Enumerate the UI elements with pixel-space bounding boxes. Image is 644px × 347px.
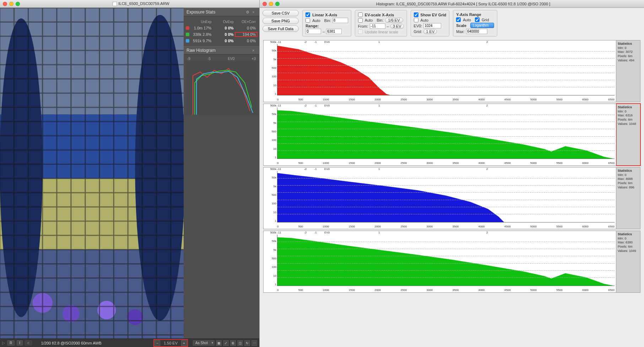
window-title: ILCE_6500_DSC00759.ARW [118, 1, 169, 6]
histogram-row: 500k50k5k500100101-11-2-1EV0120500100015… [263, 104, 640, 166]
histogram-row: 500k50k5k500100101-11-2-1EV0120500100015… [263, 40, 640, 102]
linear-auto-checkbox[interactable] [305, 18, 310, 23]
y-axis-group: Y-Axis Range Auto Grid Scale Logarithm M… [453, 10, 497, 37]
window-title: Histogram: ILCE_6500_DSC00759.ARW Full-6… [282, 2, 644, 6]
rotate-icon[interactable]: ↻ [244, 340, 250, 346]
gear-icon[interactable]: ⚙ [246, 10, 250, 14]
evscale-auto-checkbox[interactable] [358, 18, 363, 23]
y-auto-checkbox[interactable] [456, 17, 461, 22]
scale-select[interactable]: Logarithm [470, 23, 494, 28]
fit-icon[interactable]: ⊞ [230, 340, 236, 346]
histogram-plot[interactable]: 500k50k5k500100101-11-2-1EV0120500100015… [263, 104, 616, 166]
zoom-icon[interactable] [275, 2, 280, 6]
show-evgrid-checkbox[interactable] [414, 12, 418, 17]
channel-stats: StatisticsMin: 0Max: 6380Pixels: 6mValue… [616, 231, 640, 293]
ev-minus-button[interactable]: − [155, 340, 160, 346]
channel-swatch [186, 33, 189, 36]
window-controls [0, 0, 23, 7]
ev-adjust: − 1.50 EV + [154, 340, 187, 346]
ev-to-stepper[interactable]: 3 EV [390, 24, 404, 29]
grid-icon[interactable]: ▦ [216, 340, 222, 346]
histogram-row: 500k50k5k500100101-11-2-1EV0120500100015… [263, 167, 640, 229]
histogram-plot[interactable]: 500k50k5k500100101-11-2-1EV0120500100015… [263, 40, 616, 102]
y-grid-checkbox[interactable] [475, 17, 480, 22]
raw-histogram: -9-5EV0+3 [184, 55, 259, 117]
histogram-plot[interactable]: 500k50k5k500100101-11-2-1EV0120500100015… [263, 231, 616, 293]
raw-viewer-window: ILCE_6500_DSC00759.ARW Exposure Stats [0, 0, 259, 347]
window-controls [260, 0, 282, 7]
close-icon[interactable] [263, 2, 267, 6]
histogram-window: Histogram: ILCE_6500_DSC00759.ARW Full-6… [259, 0, 644, 347]
ev-grid-group: Show EV Grid Auto EV0: Grid: 1 EV [411, 10, 450, 37]
save-png-button[interactable]: Save PNG [263, 18, 299, 24]
stats-row: 1.0m 17%0 0%0 0% [186, 25, 257, 31]
channel-swatch [186, 39, 189, 43]
controls-row: Save CSV Save PNG Save Full Data Linear … [260, 8, 644, 39]
image-preview[interactable] [0, 8, 184, 338]
channel-stats: StatisticsMin: 0Max: 4688Pixels: 6mValue… [616, 167, 640, 229]
ev-from-input[interactable] [370, 23, 385, 29]
ev0-input[interactable] [423, 23, 441, 28]
ev-bin-stepper[interactable]: 1/6 EV [385, 18, 403, 23]
exif-text: 1/200 f/2.8 @ISO2000 60mm AWB [41, 341, 102, 345]
ev-plus-button[interactable]: + [181, 340, 187, 346]
evscale-checkbox[interactable] [358, 12, 363, 17]
exposure-stats-header[interactable]: Exposure Stats ⚙ × [184, 8, 259, 16]
titlebar[interactable]: ILCE_6500_DSC00759.ARW [0, 0, 259, 8]
linear-xaxis-group: Linear X-Axis Auto Bin: Range: – [302, 10, 351, 37]
close-icon[interactable]: × [252, 10, 256, 14]
channel-stats: StatisticsMin: 0Max: 3072Pixels: 6mValue… [616, 40, 640, 102]
channel-swatch [186, 26, 189, 30]
y-max-input[interactable] [466, 29, 487, 34]
linear-bin-input[interactable] [332, 18, 348, 23]
range-to-input[interactable] [326, 29, 342, 34]
histogram-plot[interactable]: 500k50k5k500100101-11-2-1EV0120500100015… [263, 167, 616, 229]
caret-icon[interactable]: ▷ [2, 341, 5, 345]
chevron-down-icon[interactable]: ▼ [211, 341, 214, 345]
save-csv-button[interactable]: Save CSV [263, 10, 299, 16]
e-button[interactable]: e [25, 340, 32, 346]
ev-value: 1.50 EV [161, 341, 180, 345]
crop-icon[interactable]: ◫ [237, 340, 243, 346]
minimize-icon[interactable] [9, 2, 13, 6]
stats-row: 591k 9.7%0 0%0 0% [186, 38, 257, 44]
r-button[interactable]: R [7, 340, 15, 346]
linear-xaxis-checkbox[interactable] [305, 12, 310, 17]
update-linear-checkbox [358, 29, 363, 34]
titlebar[interactable]: Histogram: ILCE_6500_DSC00759.ARW Full-6… [260, 0, 644, 8]
evscale-xaxis-group: EV-scale X-Axis Auto Bin: 1/6 EV From: –… [355, 10, 407, 37]
save-full-button[interactable]: Save Full Data [263, 26, 299, 32]
histogram-row: 500k50k5k500100101-11-2-1EV0120500100015… [263, 231, 640, 293]
close-icon[interactable]: × [252, 48, 256, 53]
grid-stepper[interactable]: 1 EV [423, 29, 437, 34]
close-icon[interactable] [3, 2, 7, 6]
exposure-stats-table: UnExp OvExp OE+Corr 1.0m 17%0 0%0 0%338k… [184, 16, 259, 46]
stats-row: 338k 2.8%0 0%194 0% [186, 31, 257, 38]
expand-icon[interactable]: ⤢ [223, 340, 229, 346]
i-button[interactable]: I [17, 340, 23, 346]
zoom-icon[interactable] [16, 2, 20, 6]
minimize-icon[interactable] [269, 2, 273, 6]
status-bar: ▷ R I e 1/200 f/2.8 @ISO2000 60mm AWB − … [0, 338, 259, 347]
more-icon[interactable]: ⋯ [251, 340, 257, 346]
channel-stats: StatisticsMin: 0Max: 6316Pixels: 6mValue… [616, 104, 640, 166]
range-from-input[interactable] [305, 29, 321, 34]
document-icon [113, 2, 117, 6]
svg-rect-10 [0, 8, 184, 338]
raw-histogram-header[interactable]: Raw Histogram × [184, 46, 259, 55]
evgrid-auto-checkbox[interactable] [414, 18, 418, 22]
